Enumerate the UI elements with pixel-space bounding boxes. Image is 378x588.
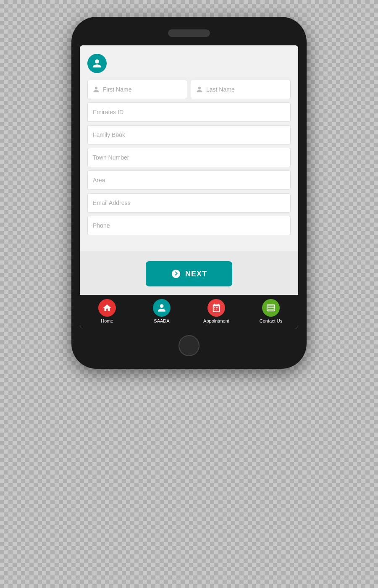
form-container: First Name Last Name Emirates ID Family … [80,45,298,251]
nav-item-home[interactable]: Home [80,299,134,323]
emirates-id-input[interactable]: Emirates ID [87,102,291,122]
button-area: NEXT [80,251,298,295]
emirates-id-placeholder: Emirates ID [93,109,123,116]
first-name-placeholder: First Name [103,86,131,93]
phone-placeholder: Phone [93,222,110,229]
saada-nav-icon-circle: $ [153,299,171,317]
phone-input[interactable]: Phone [87,216,291,235]
appointment-nav-label: Appointment [203,318,229,323]
last-name-input[interactable]: Last Name [191,80,291,99]
town-number-placeholder: Town Number [93,154,129,161]
svg-rect-1 [214,307,215,308]
phone-frame: First Name Last Name Emirates ID Family … [71,17,307,369]
bottom-nav: Home $ SAADA [80,295,298,328]
nav-item-contact[interactable]: Contact Us [244,299,298,323]
phone-screen: First Name Last Name Emirates ID Family … [80,45,298,328]
name-row: First Name Last Name [87,80,291,99]
saada-nav-label: SAADA [154,318,169,323]
area-placeholder: Area [93,177,105,184]
first-name-input[interactable]: First Name [87,80,187,99]
svg-rect-2 [216,307,217,308]
home-nav-label: Home [101,318,113,323]
next-button[interactable]: NEXT [146,261,232,286]
family-book-input[interactable]: Family Book [87,125,291,144]
nav-item-saada[interactable]: $ SAADA [134,299,189,323]
home-nav-icon-circle [98,299,116,317]
area-input[interactable]: Area [87,171,291,190]
appointment-nav-icon-circle [207,299,225,317]
email-placeholder: Email Address [93,200,130,206]
svg-rect-3 [218,307,218,308]
contact-nav-label: Contact Us [260,318,282,323]
nav-item-appointment[interactable]: Appointment [189,299,244,323]
town-number-input[interactable]: Town Number [87,148,291,167]
next-button-label: NEXT [185,270,207,278]
user-avatar-icon [87,54,107,73]
svg-rect-4 [214,309,215,310]
phone-home-button[interactable] [178,335,200,356]
family-book-placeholder: Family Book [93,131,125,138]
last-name-placeholder: Last Name [206,86,235,93]
email-input[interactable]: Email Address [87,193,291,213]
contact-nav-icon-circle [262,299,280,317]
phone-speaker [168,29,210,37]
svg-text:$: $ [163,308,164,312]
svg-rect-5 [216,309,217,310]
